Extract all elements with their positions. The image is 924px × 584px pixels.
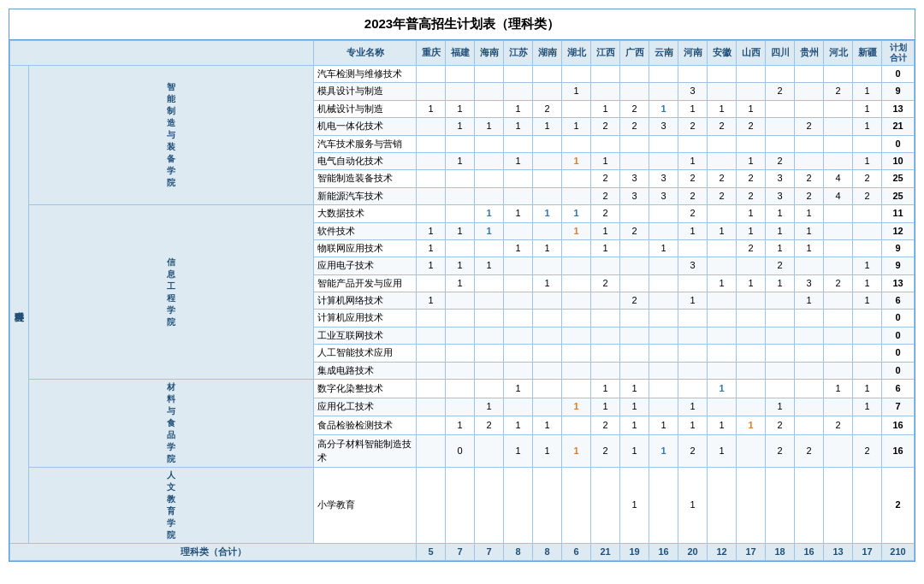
data-cell: 1 bbox=[504, 380, 533, 398]
data-cell bbox=[446, 205, 475, 222]
data-cell bbox=[417, 187, 446, 204]
data-cell: 1 bbox=[853, 100, 882, 117]
total-cell: 9 bbox=[882, 83, 915, 100]
data-cell: 2 bbox=[853, 170, 882, 187]
data-cell bbox=[824, 66, 853, 83]
header-hebei: 河北 bbox=[824, 41, 853, 66]
data-cell bbox=[678, 345, 708, 362]
data-cell bbox=[446, 380, 475, 398]
data-cell bbox=[562, 239, 591, 257]
data-cell bbox=[766, 362, 795, 379]
data-cell: 4 bbox=[824, 170, 853, 187]
data-cell bbox=[620, 362, 649, 379]
data-cell bbox=[824, 292, 853, 310]
major-name: 智能产品开发与应用 bbox=[314, 274, 417, 292]
total-val: 12 bbox=[708, 544, 737, 561]
major-name: 计算机网络技术 bbox=[314, 292, 417, 310]
data-cell: 1 bbox=[853, 83, 882, 100]
header-category bbox=[10, 41, 314, 66]
data-cell: 1 bbox=[853, 292, 882, 310]
total-val: 16 bbox=[795, 544, 824, 561]
data-cell bbox=[446, 345, 475, 362]
data-cell bbox=[562, 135, 591, 152]
data-cell: 1 bbox=[562, 152, 591, 169]
data-cell bbox=[562, 100, 591, 117]
major-name: 新能源汽车技术 bbox=[314, 187, 417, 204]
table-row: 理科类智能制造与装备学院汽车检测与维修技术0 bbox=[10, 66, 915, 83]
data-cell: 1 bbox=[446, 274, 475, 292]
enrollment-table: 专业名称 重庆 福建 海南 江苏 湖南 湖北 江西 广西 云南 河南 安徽 山西… bbox=[9, 40, 915, 561]
data-cell: 2 bbox=[708, 170, 737, 187]
data-cell: 1 bbox=[678, 222, 708, 239]
major-name: 模具设计与制造 bbox=[314, 83, 417, 100]
data-cell bbox=[853, 327, 882, 344]
data-cell bbox=[853, 205, 882, 222]
data-cell bbox=[853, 135, 882, 152]
data-cell: 1 bbox=[620, 435, 649, 468]
data-cell bbox=[562, 362, 591, 379]
data-cell bbox=[766, 292, 795, 310]
data-cell bbox=[737, 292, 766, 310]
college-cell: 信息工程学院 bbox=[29, 205, 314, 380]
total-cell: 0 bbox=[882, 310, 915, 327]
data-cell: 2 bbox=[591, 187, 620, 204]
header-henan: 河南 bbox=[678, 41, 708, 66]
data-cell: 1 bbox=[562, 222, 591, 239]
data-cell bbox=[649, 135, 678, 152]
data-cell bbox=[591, 362, 620, 379]
header-row: 专业名称 重庆 福建 海南 江苏 湖南 湖北 江西 广西 云南 河南 安徽 山西… bbox=[10, 41, 915, 66]
data-cell: 1 bbox=[562, 435, 591, 468]
data-cell: 1 bbox=[737, 416, 766, 435]
data-cell bbox=[446, 362, 475, 379]
data-cell bbox=[446, 66, 475, 83]
major-name: 智能制造装备技术 bbox=[314, 170, 417, 187]
data-cell: 1 bbox=[853, 380, 882, 398]
data-cell bbox=[504, 362, 533, 379]
data-cell: 2 bbox=[853, 435, 882, 468]
data-cell bbox=[533, 362, 562, 379]
data-cell bbox=[649, 222, 678, 239]
data-cell bbox=[678, 310, 708, 327]
data-cell: 2 bbox=[678, 118, 708, 135]
data-cell: 2 bbox=[475, 416, 504, 435]
data-cell bbox=[475, 135, 504, 152]
data-cell bbox=[533, 222, 562, 239]
data-cell bbox=[737, 468, 766, 544]
data-cell: 2 bbox=[591, 170, 620, 187]
data-cell bbox=[417, 468, 446, 544]
data-cell: 1 bbox=[475, 205, 504, 222]
data-cell bbox=[562, 380, 591, 398]
total-val: 6 bbox=[562, 544, 591, 561]
major-name: 软件技术 bbox=[314, 222, 417, 239]
data-cell bbox=[708, 345, 737, 362]
data-cell bbox=[591, 257, 620, 274]
data-cell bbox=[417, 416, 446, 435]
data-cell: 1 bbox=[417, 100, 446, 117]
data-cell: 1 bbox=[678, 416, 708, 435]
total-cell: 0 bbox=[882, 66, 915, 83]
data-cell bbox=[475, 468, 504, 544]
data-cell bbox=[533, 380, 562, 398]
data-cell: 1 bbox=[620, 416, 649, 435]
data-cell bbox=[446, 187, 475, 204]
data-cell bbox=[475, 292, 504, 310]
data-cell bbox=[766, 327, 795, 344]
data-cell bbox=[620, 83, 649, 100]
header-shanxi: 山西 bbox=[737, 41, 766, 66]
data-cell: 2 bbox=[591, 435, 620, 468]
data-cell: 2 bbox=[591, 274, 620, 292]
major-name: 机电一体化技术 bbox=[314, 118, 417, 135]
data-cell bbox=[853, 416, 882, 435]
data-cell: 1 bbox=[649, 416, 678, 435]
data-cell bbox=[824, 362, 853, 379]
data-cell bbox=[504, 66, 533, 83]
data-cell: 2 bbox=[737, 118, 766, 135]
data-cell: 1 bbox=[620, 380, 649, 398]
header-total: 计划合计 bbox=[882, 41, 915, 66]
data-cell bbox=[504, 327, 533, 344]
data-cell bbox=[737, 66, 766, 83]
data-cell bbox=[620, 135, 649, 152]
data-cell: 1 bbox=[766, 239, 795, 257]
data-cell: 1 bbox=[766, 398, 795, 416]
data-cell: 3 bbox=[678, 83, 708, 100]
